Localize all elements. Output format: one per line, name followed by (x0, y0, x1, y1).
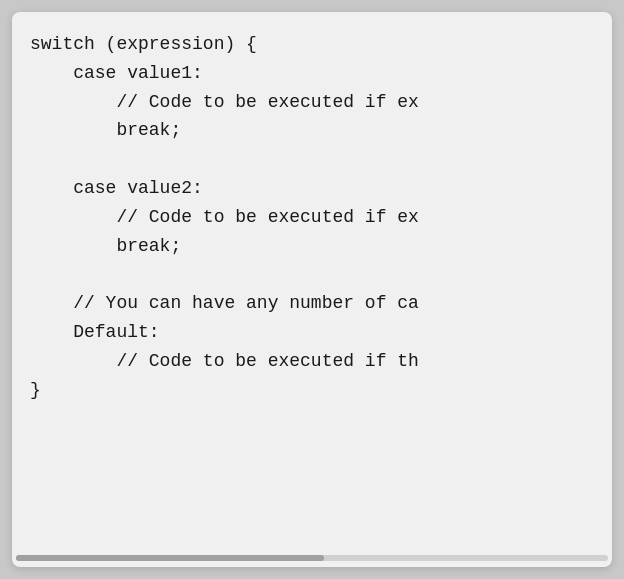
code-scroll-area[interactable]: switch (expression) { case value1: // Co… (12, 12, 612, 567)
code-line-11: Default: (30, 322, 160, 342)
code-line-12: // Code to be executed if th (30, 351, 419, 371)
code-line-13: } (30, 380, 41, 400)
horizontal-scrollbar[interactable] (12, 553, 612, 563)
code-line-7: // Code to be executed if ex (30, 207, 419, 227)
code-block: switch (expression) { case value1: // Co… (12, 30, 612, 404)
code-line-8: break; (30, 236, 181, 256)
code-line-1: switch (expression) { (30, 34, 257, 54)
scrollbar-track (16, 555, 608, 561)
code-line-2: case value1: (30, 63, 203, 83)
code-line-3: // Code to be executed if ex (30, 92, 419, 112)
scrollbar-thumb[interactable] (16, 555, 324, 561)
code-line-4: break; (30, 120, 181, 140)
code-line-10: // You can have any number of ca (30, 293, 419, 313)
code-editor-container: switch (expression) { case value1: // Co… (12, 12, 612, 567)
code-line-6: case value2: (30, 178, 203, 198)
